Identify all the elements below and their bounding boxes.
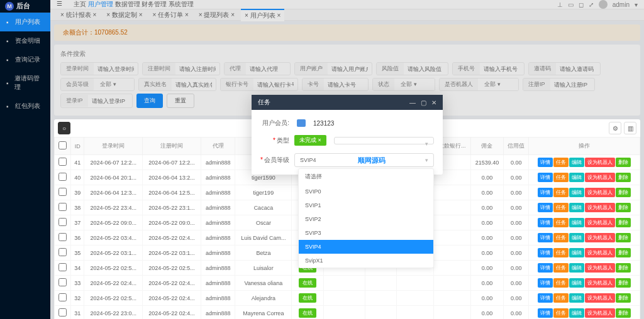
row-check[interactable] bbox=[58, 263, 67, 271]
op-设为机器人[interactable]: 设为机器人 bbox=[585, 308, 615, 318]
op-删除[interactable]: 删除 bbox=[616, 203, 631, 212]
row-check[interactable] bbox=[58, 233, 67, 241]
op-设为机器人[interactable]: 设为机器人 bbox=[585, 188, 615, 197]
select-all[interactable] bbox=[58, 141, 67, 149]
refresh-button[interactable]: ○ bbox=[58, 122, 70, 134]
op-设为机器人[interactable]: 设为机器人 bbox=[585, 158, 615, 167]
op-任务[interactable]: 任务 bbox=[553, 203, 569, 212]
dropdown-option[interactable]: SVIP2 bbox=[299, 212, 433, 226]
op-详情[interactable]: 详情 bbox=[538, 203, 553, 212]
dropdown-option[interactable]: SVIP4 bbox=[299, 240, 433, 254]
task-modal: 任务 — ▢ ✕ 用户会员: 123123 类型 未完成 × bbox=[252, 95, 443, 175]
op-任务[interactable]: 任务 bbox=[553, 293, 569, 303]
table-header bbox=[55, 138, 71, 155]
row-check[interactable] bbox=[58, 248, 67, 256]
op-详情[interactable]: 详情 bbox=[538, 188, 553, 197]
dropdown-option[interactable]: SVIP0 bbox=[299, 185, 433, 198]
table-row: 322024-05-22 02:5...2024-05-22 02:4...ad… bbox=[55, 291, 640, 306]
dropdown-option[interactable]: SvipX1 bbox=[299, 254, 433, 268]
op-编辑[interactable]: 编辑 bbox=[569, 173, 584, 182]
level-dropdown: 请选择SVIP0SVIP1SVIP2SVIP3SVIP4SvipX1 bbox=[298, 168, 434, 268]
row-check[interactable] bbox=[58, 308, 67, 316]
row-check[interactable] bbox=[58, 173, 67, 181]
op-详情[interactable]: 详情 bbox=[538, 158, 553, 167]
modal-header[interactable]: 任务 — ▢ ✕ bbox=[252, 95, 443, 110]
op-删除[interactable]: 删除 bbox=[616, 188, 631, 197]
op-任务[interactable]: 任务 bbox=[553, 158, 569, 167]
op-编辑[interactable]: 编辑 bbox=[569, 203, 584, 212]
row-check[interactable] bbox=[58, 218, 67, 226]
row-check[interactable] bbox=[58, 278, 67, 286]
op-详情[interactable]: 详情 bbox=[538, 263, 553, 273]
level-select-value: SVIP4 bbox=[300, 157, 316, 163]
op-编辑[interactable]: 编辑 bbox=[569, 158, 584, 167]
dropdown-option[interactable]: SVIP3 bbox=[299, 226, 433, 240]
op-设为机器人[interactable]: 设为机器人 bbox=[585, 248, 615, 257]
type-select[interactable] bbox=[334, 137, 434, 144]
op-设为机器人[interactable]: 设为机器人 bbox=[585, 203, 615, 212]
row-check[interactable] bbox=[58, 188, 67, 196]
op-删除[interactable]: 删除 bbox=[616, 158, 631, 167]
table-row: 312024-05-22 23:0...2024-05-22 02:4...ad… bbox=[55, 306, 640, 320]
op-详情[interactable]: 详情 bbox=[538, 173, 553, 182]
op-编辑[interactable]: 编辑 bbox=[569, 218, 584, 227]
table-header: 注册时间 bbox=[143, 138, 201, 155]
op-任务[interactable]: 任务 bbox=[553, 233, 569, 242]
status-badge: 在线 bbox=[299, 308, 316, 318]
op-任务[interactable]: 任务 bbox=[553, 218, 569, 227]
table-header: 代理 bbox=[201, 138, 235, 155]
row-check[interactable] bbox=[58, 158, 67, 166]
row-check[interactable] bbox=[58, 203, 67, 211]
op-编辑[interactable]: 编辑 bbox=[569, 293, 584, 303]
op-删除[interactable]: 删除 bbox=[616, 173, 631, 182]
minimize-icon[interactable]: — bbox=[409, 99, 416, 106]
op-任务[interactable]: 任务 bbox=[553, 188, 569, 197]
op-设为机器人[interactable]: 设为机器人 bbox=[585, 218, 615, 227]
op-任务[interactable]: 任务 bbox=[553, 263, 569, 273]
dropdown-option[interactable]: 请选择 bbox=[299, 169, 433, 185]
folder-icon bbox=[297, 119, 306, 127]
table-header: 信用值 bbox=[504, 138, 529, 155]
op-任务[interactable]: 任务 bbox=[553, 278, 569, 288]
op-删除[interactable]: 删除 bbox=[616, 233, 631, 242]
op-设为机器人[interactable]: 设为机器人 bbox=[585, 278, 615, 288]
op-设为机器人[interactable]: 设为机器人 bbox=[585, 293, 615, 303]
dropdown-option[interactable]: SVIP1 bbox=[299, 198, 433, 212]
op-编辑[interactable]: 编辑 bbox=[569, 233, 584, 242]
op-任务[interactable]: 任务 bbox=[553, 173, 569, 182]
close-icon[interactable]: ✕ bbox=[431, 99, 436, 106]
op-编辑[interactable]: 编辑 bbox=[569, 308, 584, 318]
op-删除[interactable]: 删除 bbox=[616, 278, 631, 288]
status-badge: 在线 bbox=[299, 293, 316, 303]
op-编辑[interactable]: 编辑 bbox=[569, 188, 584, 197]
filter-tool-button[interactable]: ⚙ bbox=[609, 122, 621, 134]
modal-type-tag[interactable]: 未完成 × bbox=[294, 135, 326, 146]
columns-tool-button[interactable]: ▥ bbox=[624, 122, 636, 134]
op-详情[interactable]: 详情 bbox=[538, 308, 553, 318]
row-check[interactable] bbox=[58, 293, 67, 301]
op-详情[interactable]: 详情 bbox=[538, 278, 553, 288]
op-删除[interactable]: 删除 bbox=[616, 308, 631, 318]
table-header: 佣金 bbox=[470, 138, 503, 155]
op-详情[interactable]: 详情 bbox=[538, 248, 553, 257]
op-设为机器人[interactable]: 设为机器人 bbox=[585, 263, 615, 273]
op-删除[interactable]: 删除 bbox=[616, 218, 631, 227]
op-删除[interactable]: 删除 bbox=[616, 248, 631, 257]
modal-user-value: 123123 bbox=[313, 120, 334, 127]
op-编辑[interactable]: 编辑 bbox=[569, 248, 584, 257]
op-任务[interactable]: 任务 bbox=[553, 308, 569, 318]
maximize-icon[interactable]: ▢ bbox=[421, 99, 426, 106]
op-详情[interactable]: 详情 bbox=[538, 293, 553, 303]
op-编辑[interactable]: 编辑 bbox=[569, 278, 584, 288]
op-设为机器人[interactable]: 设为机器人 bbox=[585, 173, 615, 182]
op-详情[interactable]: 详情 bbox=[538, 233, 553, 242]
modal-body: 用户会员: 123123 类型 未完成 × 会员等级 SVIP4 顺网源码 请选… bbox=[252, 110, 443, 175]
op-编辑[interactable]: 编辑 bbox=[569, 263, 584, 273]
op-任务[interactable]: 任务 bbox=[553, 248, 569, 257]
op-删除[interactable]: 删除 bbox=[616, 263, 631, 273]
level-select[interactable]: SVIP4 顺网源码 bbox=[294, 153, 434, 167]
op-设为机器人[interactable]: 设为机器人 bbox=[585, 233, 615, 242]
op-删除[interactable]: 删除 bbox=[616, 293, 631, 303]
table-row: 332024-05-22 02:4...2024-05-22 02:4...ad… bbox=[55, 276, 640, 291]
op-详情[interactable]: 详情 bbox=[538, 218, 553, 227]
